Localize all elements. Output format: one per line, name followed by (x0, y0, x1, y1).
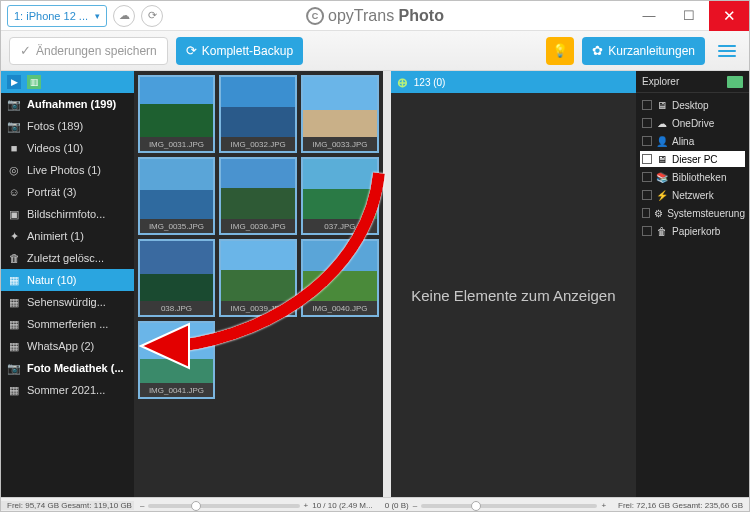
sidebar-item-icon: ▦ (7, 296, 21, 309)
expand-icon[interactable] (642, 190, 652, 200)
tree-item-label: Desktop (672, 100, 709, 111)
tree-item[interactable]: ☁OneDrive (640, 115, 745, 131)
sidebar-item-label: Bildschirmfoto... (27, 208, 105, 220)
expand-icon[interactable] (642, 172, 652, 182)
menu-button[interactable] (713, 37, 741, 65)
tree-item[interactable]: ⚙Systemsteuerung (640, 205, 745, 221)
thumbnail-grid: IMG_0031.JPGIMG_0032.JPGIMG_0033.JPGIMG_… (134, 71, 383, 497)
sidebar-item[interactable]: ▦Natur (10) (1, 269, 134, 291)
device-label: 1: iPhone 12 ... (14, 10, 88, 22)
toolbar: ✓ Änderungen speichern ⟳ Komplett-Backup… (1, 31, 749, 71)
zoom-out-icon[interactable]: – (140, 501, 144, 510)
tree-item-icon: ⚙ (654, 208, 663, 219)
sidebar-item[interactable]: ■Videos (10) (1, 137, 134, 159)
thumbnail[interactable]: IMG_0033.JPG (301, 75, 379, 153)
status-center: – + 10 / 10 (2.49 M... (134, 501, 379, 510)
hint-button[interactable]: 💡 (546, 37, 574, 65)
sidebar-item[interactable]: ◎Live Photos (1) (1, 159, 134, 181)
device-dropdown[interactable]: 1: iPhone 12 ... ▾ (7, 5, 107, 27)
backup-label: Komplett-Backup (202, 44, 293, 58)
zoom-slider[interactable] (421, 504, 597, 508)
sidebar-item-label: Sommerferien ... (27, 318, 108, 330)
explorer-tree: 🖥Desktop☁OneDrive👤Alina🖥Dieser PC📚Biblio… (636, 93, 749, 243)
sidebar-item[interactable]: ▦WhatsApp (2) (1, 335, 134, 357)
tree-item-label: Alina (672, 136, 694, 147)
sidebar-item[interactable]: 📷Aufnahmen (199) (1, 93, 134, 115)
quickstart-button[interactable]: ✿ Kurzanleitungen (582, 37, 705, 65)
sidebar-item-icon: ✦ (7, 230, 21, 243)
plus-icon[interactable]: ⊕ (397, 75, 408, 90)
sidebar-item-icon: ■ (7, 142, 21, 154)
sidebar-item[interactable]: ▣Bildschirmfoto... (1, 203, 134, 225)
thumbnail-image (221, 77, 295, 137)
thumbnail[interactable]: 038.JPG (138, 239, 216, 317)
play-icon[interactable]: ▶ (7, 75, 21, 89)
tree-item[interactable]: 📚Bibliotheken (640, 169, 745, 185)
sidebar-item[interactable]: 📷Foto Mediathek (... (1, 357, 134, 379)
thumbnail-image (221, 241, 295, 301)
sidebar-item[interactable]: ▦Sommerferien ... (1, 313, 134, 335)
tree-item[interactable]: 🖥Desktop (640, 97, 745, 113)
expand-icon[interactable] (642, 208, 650, 218)
sidebar-item-icon: 🗑 (7, 252, 21, 264)
sidebar-item[interactable]: 📷Fotos (189) (1, 115, 134, 137)
sidebar-item-icon: ▦ (7, 384, 21, 397)
minimize-button[interactable]: — (629, 1, 669, 31)
check-icon: ✓ (20, 43, 31, 58)
backup-button[interactable]: ⟳ Komplett-Backup (176, 37, 303, 65)
brand-text-1: opyTrans (328, 7, 394, 24)
brand-text-2: Photo (399, 7, 444, 24)
drop-panel-header: ⊕ 123 (0) (391, 71, 636, 93)
thumbnail[interactable]: IMG_0041.JPG (138, 321, 216, 399)
thumbnail[interactable]: IMG_0036.JPG (219, 157, 297, 235)
thumbnail[interactable]: IMG_0039.JPG (219, 239, 297, 317)
sidebar-item-label: Aufnahmen (199) (27, 98, 116, 110)
expand-icon[interactable] (642, 226, 652, 236)
folder-icon[interactable]: ▥ (27, 75, 41, 89)
zoom-in-icon[interactable]: + (601, 501, 606, 510)
tree-item[interactable]: 👤Alina (640, 133, 745, 149)
sidebar-item[interactable]: ▦Sommer 2021... (1, 379, 134, 401)
save-changes-button[interactable]: ✓ Änderungen speichern (9, 37, 168, 65)
folder-icon[interactable] (727, 76, 743, 88)
thumbnail[interactable]: IMG_0040.JPG (301, 239, 379, 317)
thumbnail-panel: IMG_0031.JPGIMG_0032.JPGIMG_0033.JPGIMG_… (134, 71, 383, 497)
sidebar-item-icon: 📷 (7, 120, 21, 133)
thumbnail[interactable]: IMG_0035.JPG (138, 157, 216, 235)
tree-item-icon: 🖥 (656, 100, 668, 111)
refresh-icon[interactable]: ⟳ (141, 5, 163, 27)
sidebar-item[interactable]: ☺Porträt (3) (1, 181, 134, 203)
thumbnail-image (140, 77, 214, 137)
splitter[interactable] (383, 71, 391, 497)
cloud-icon[interactable]: ☁ (113, 5, 135, 27)
sidebar-item-icon: ▦ (7, 274, 21, 287)
expand-icon[interactable] (642, 136, 652, 146)
sidebar-item-icon: ▣ (7, 208, 21, 221)
quickstart-label: Kurzanleitungen (608, 44, 695, 58)
tree-item[interactable]: ⚡Netzwerk (640, 187, 745, 203)
sidebar-item[interactable]: 🗑Zuletzt gelösc... (1, 247, 134, 269)
sidebar-item[interactable]: ▦Sehenswürdig... (1, 291, 134, 313)
expand-icon[interactable] (642, 118, 652, 128)
tree-item-label: Papierkorb (672, 226, 720, 237)
close-button[interactable]: ✕ (709, 1, 749, 31)
tree-item-icon: ☁ (656, 118, 668, 129)
status-explorer-storage: Frei: 72,16 GB Gesamt: 235,66 GB (612, 501, 749, 510)
sidebar-item[interactable]: ✦Animiert (1) (1, 225, 134, 247)
tree-item[interactable]: 🖥Dieser PC (640, 151, 745, 167)
thumbnail-caption: IMG_0040.JPG (303, 301, 377, 315)
tree-item[interactable]: 🗑Papierkorb (640, 223, 745, 239)
zoom-out-icon[interactable]: – (413, 501, 417, 510)
tree-item-icon: 🗑 (656, 226, 668, 237)
tree-item-label: Netzwerk (672, 190, 714, 201)
thumbnail[interactable]: IMG_0032.JPG (219, 75, 297, 153)
thumbnail[interactable]: IMG_0031.JPG (138, 75, 216, 153)
thumbnail-image (303, 159, 377, 219)
sidebar-item-icon: ▦ (7, 340, 21, 353)
maximize-button[interactable]: ☐ (669, 1, 709, 31)
thumbnail[interactable]: 037.JPG (301, 157, 379, 235)
expand-icon[interactable] (642, 154, 652, 164)
expand-icon[interactable] (642, 100, 652, 110)
zoom-in-icon[interactable]: + (304, 501, 309, 510)
zoom-slider[interactable] (148, 504, 299, 508)
